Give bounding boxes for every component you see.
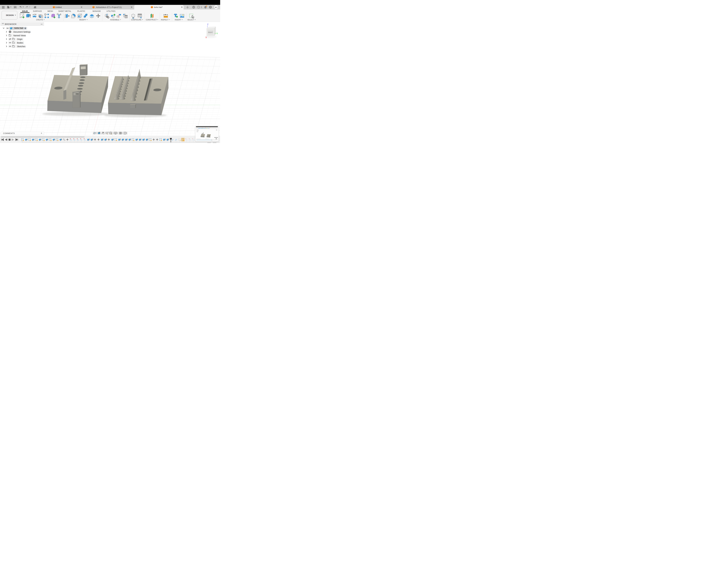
svg-text:X: X [206, 36, 207, 39]
svg-text:RIGHT: RIGHT [208, 31, 213, 33]
svg-text:?: ? [210, 6, 211, 8]
svg-text:Y: Y [216, 32, 218, 34]
svg-text:AO: AO [215, 6, 217, 8]
svg-text:Z: Z [207, 23, 209, 25]
svg-text:1: 1 [201, 6, 202, 8]
